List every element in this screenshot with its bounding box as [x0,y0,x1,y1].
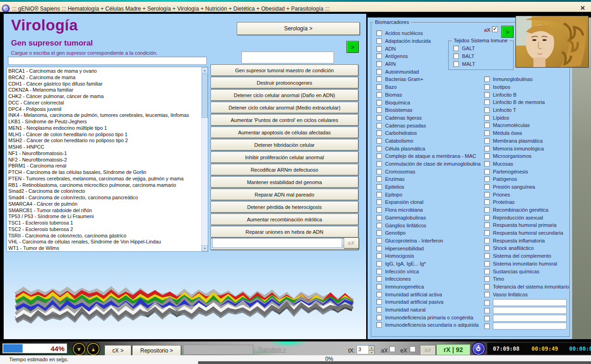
gene-action-button[interactable]: Inhibir proliferación celular anormal [211,151,358,163]
biomarker-checkbox[interactable] [484,199,490,205]
biomarker-checkbox[interactable] [376,192,382,197]
biomarker-checkbox[interactable] [376,299,382,305]
biomarker-checkbox[interactable] [376,253,382,259]
biomarker-checkbox[interactable] [484,276,490,282]
biomarker-checkbox[interactable] [484,215,490,220]
gene-action-button[interactable]: Detener ciclo celular anormal (Medio ext… [211,102,358,113]
gene-list-item[interactable]: PTCH - Carcinoma de las células basales,… [8,169,201,176]
biomarker-checkbox[interactable] [484,76,490,82]
gene-action-button[interactable]: Detener ciclo celular anormal (Daño en A… [211,89,358,101]
gene-list-item[interactable]: WT1 - Tumor de Wilms [8,245,201,252]
gene-list-item[interactable]: Smad4 - Carcinoma de colon/recto, carcin… [8,195,201,201]
biomarker-checkbox[interactable] [376,322,382,328]
custom-biomarker-checkbox[interactable] [484,316,490,321]
biomarker-checkbox[interactable] [376,238,382,243]
gene-action-button[interactable]: Aumentar 'Puntos de control' en ciclos c… [211,114,358,126]
biomarker-checkbox[interactable] [376,276,382,282]
biomarker-checkbox[interactable] [484,269,490,274]
biomarker-checkbox[interactable] [376,176,382,182]
gene-list-item[interactable]: MSH6 - HNPCC [8,144,201,150]
titlebar[interactable]: ::: gENiO® Sapiens ::: Hematología + Cél… [0,2,591,12]
serologia-nav-button[interactable]: Serología > [237,22,360,35]
biomarker-checkbox[interactable] [484,84,490,90]
master-condition-input[interactable] [241,52,334,64]
increase-button[interactable]: ▲ [87,343,99,355]
gene-list-item[interactable]: NF2 - Neurofibromatosis-2 [8,157,201,163]
biomarker-checkbox[interactable] [484,292,490,297]
spin-up-icon[interactable]: ▲ [369,346,374,350]
biomarker-checkbox[interactable] [376,207,382,213]
gene-list-item[interactable]: DCC - Cáncer colorrectal [8,100,201,106]
biomarker-checkbox[interactable] [376,230,382,236]
gene-list-item[interactable]: CDH1 - Cáncer gástrico tipo difuso famil… [8,81,201,87]
custom-biomarker-input[interactable] [493,299,567,306]
gene-listbox[interactable]: BRCA1 - Carcinomas de mama y ovario BRCA… [6,67,208,252]
biomarker-checkbox[interactable] [484,138,490,144]
biomarker-checkbox[interactable] [484,122,490,128]
gene-action-button[interactable]: Reparar uniones en hebra de ADN [211,226,358,237]
biomarker-checkbox[interactable] [484,245,490,251]
biomarker-checkbox[interactable] [376,199,382,205]
scroll-up-icon[interactable]: ▲ [202,67,208,73]
biomarker-checkbox[interactable] [376,161,382,167]
biomarker-checkbox[interactable] [376,292,382,297]
biomarker-checkbox[interactable] [376,223,382,228]
biomarker-checkbox[interactable] [376,269,382,274]
gene-action-button[interactable]: Destruir protooncogenes [211,77,358,88]
gene-list-item[interactable]: TSC2 - Esclerosis tuberosa 2 [8,226,201,233]
power-icon[interactable] [473,343,485,355]
ex-button[interactable]: eX [344,237,359,248]
custom-biomarker-input[interactable] [493,315,567,322]
scroll-down-icon[interactable]: ▼ [202,245,208,251]
custom-biomarker-input[interactable] [493,307,567,314]
biomarker-checkbox[interactable] [376,76,382,82]
biomarker-checkbox[interactable] [376,284,382,289]
gene-action-button[interactable]: Detener pérdida de heterocigosis [211,201,358,213]
gene-list-item[interactable]: INK4 - Melanoma, carcinoma de pulmón, tu… [8,112,201,119]
biomarker-checkbox[interactable] [376,69,382,75]
biomarker-checkbox[interactable] [484,153,490,159]
biomarker-checkbox[interactable] [376,307,382,312]
gene-list-item[interactable]: MSH2 - Cáncer de colon hereditario no po… [8,138,201,144]
gene-list-item[interactable]: NF1 - Neurofibromatosis-1 [8,150,201,157]
biomarker-checkbox[interactable] [376,123,382,128]
custom-biomarker-checkbox[interactable] [484,324,490,329]
toolbar-ex-checkbox[interactable] [410,346,415,352]
biomarker-checkbox[interactable] [484,92,490,98]
gene-list-item[interactable]: LKB1 - Síndrome de Peutz-Jeghers [8,119,201,125]
biomarker-checkbox[interactable] [376,261,382,266]
gene-list-scrollbar[interactable]: ▲ ▼ [201,67,208,251]
close-icon[interactable]: ✕ [579,5,587,12]
biomarker-checkbox[interactable] [376,246,382,251]
biomarker-checkbox[interactable] [376,138,382,144]
biomarker-checkbox[interactable] [484,230,490,236]
gene-list-item[interactable]: Smad2 - Carcinoma de colon/recto [8,188,201,195]
biomarker-checkbox[interactable] [376,315,382,320]
gene-search-input[interactable] [8,57,207,65]
ax-checkbox[interactable]: ✓ [492,26,498,32]
gene-action-button[interactable]: Detener hibridación celular [211,139,358,150]
biomarker-checkbox[interactable] [376,115,382,121]
gene-action-button[interactable]: Aumentar apoptosis de células afectadas [211,127,358,138]
cx-button[interactable]: cX > [105,345,131,356]
gene-list-item[interactable]: BRCA2 - Carcinoma de mama [8,75,201,81]
biomarker-checkbox[interactable] [376,53,382,59]
biomarker-checkbox[interactable] [484,184,490,190]
gene-action-button[interactable]: Recodificar ARNm defectuoso [211,164,358,175]
biomarker-checkbox[interactable] [484,169,490,174]
repositorio-button[interactable]: Repositorio > [132,345,181,356]
custom-biomarker-input[interactable] [493,323,567,329]
biomarker-checkbox[interactable] [484,99,490,105]
gene-action-button[interactable]: Gen supresor tumoral maestro de condició… [211,64,358,76]
gene-list-item[interactable]: TP53 / P53 - Síndrome de Li Fraumeni [8,214,201,220]
biomarker-checkbox[interactable] [376,184,382,190]
gene-list-item[interactable]: SMARCB1 - Tumor rabdoide del riñón [8,208,201,214]
biomarker-checkbox[interactable] [376,61,382,67]
biomarker-checkbox[interactable] [376,169,382,174]
biomarker-checkbox[interactable] [484,146,490,151]
biomarker-checkbox[interactable] [376,46,382,52]
biomarker-checkbox[interactable] [376,146,382,151]
gene-list-item[interactable]: SMARCA4 - Cáncer de pulmón [8,201,201,208]
gene-list-item[interactable]: DPC4 - Poliposis juvenil [8,106,201,113]
biomarker-checkbox[interactable] [376,84,382,90]
